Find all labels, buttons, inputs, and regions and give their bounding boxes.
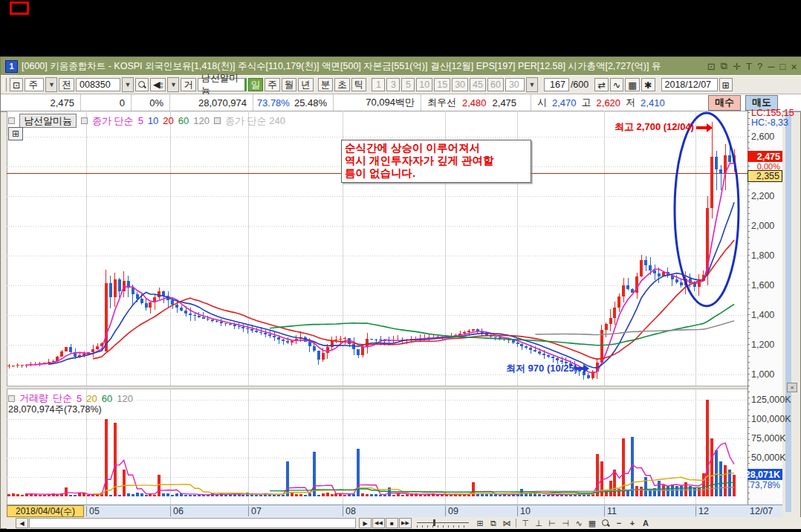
- minute-15-button[interactable]: 15: [434, 78, 450, 91]
- right-splitter-strip[interactable]: [785, 111, 791, 512]
- date-input[interactable]: 2018/12/07: [661, 78, 718, 91]
- stock-code-input[interactable]: 008350: [76, 78, 120, 91]
- jeon-button[interactable]: 전: [59, 78, 74, 91]
- bar-count-input[interactable]: 167: [544, 78, 569, 91]
- asset-class-combo[interactable]: 주: [25, 78, 44, 91]
- sound-button[interactable]: ◀⦂: [150, 78, 166, 91]
- month-label: 12: [695, 506, 709, 516]
- current-price-box: 2,475: [748, 151, 782, 162]
- wave-tool-icon[interactable]: ∿: [573, 518, 585, 528]
- current-price: 2,475: [1, 94, 81, 111]
- settings-gear-icon[interactable]: ✱: [641, 78, 655, 91]
- title-bar[interactable]: 1 [0600] 키움종합차트 - KOSPI 외국인보유[1,418(천)] …: [1, 57, 801, 75]
- high-price-annotation[interactable]: 최고 2,700 (12/04): [614, 120, 694, 134]
- open-label: 시: [537, 96, 547, 109]
- dock-icon[interactable]: ⊡: [707, 61, 716, 72]
- current-volume-pct: 73,78%: [748, 481, 782, 490]
- grid-tool-button[interactable]: ⊞: [8, 127, 23, 140]
- selection-box-icon[interactable]: ⋈: [501, 518, 513, 528]
- legend-marker-icon[interactable]: [8, 117, 15, 124]
- scale-right-icon[interactable]: ⊣: [560, 518, 571, 528]
- price-tick-label: 1,800: [751, 250, 782, 261]
- search-button[interactable]: [135, 78, 149, 91]
- best-bid: 2,475: [493, 97, 517, 108]
- close-button[interactable]: ×: [791, 60, 797, 73]
- volume-chart[interactable]: [7, 389, 748, 505]
- period-month-button[interactable]: 월: [282, 78, 297, 91]
- minute-10-button[interactable]: 10: [416, 78, 432, 91]
- period-day-button[interactable]: 일: [248, 78, 264, 91]
- bar-total-label: /600: [571, 80, 588, 90]
- vma5-label: 5: [77, 393, 82, 404]
- month-label: 09: [445, 506, 458, 516]
- minute-5-button[interactable]: 5: [401, 78, 415, 91]
- minute-45-button[interactable]: 45: [470, 78, 486, 91]
- asset-class-dropdown-icon[interactable]: ▼: [45, 77, 57, 92]
- panel-toggle-button[interactable]: ⊡: [10, 78, 23, 91]
- font-size-icon[interactable]: A: [640, 518, 652, 528]
- zoom-out-icon[interactable]: −: [613, 518, 625, 528]
- toolbar-grip[interactable]: [3, 78, 7, 91]
- memo-annotation-box[interactable]: 순식간에 상승이 이루어져서 역시 개인투자자가 깊게 관여할 틈이 없습니다.: [341, 140, 531, 183]
- minimize-button[interactable]: ─: [768, 61, 774, 72]
- save-icon[interactable]: ▦: [625, 78, 640, 91]
- red-outline-annotation: [10, 1, 29, 15]
- x-axis-strip: 2018/04/04(수) 12/07 0506070809101112: [7, 505, 782, 517]
- legend-marker-icon[interactable]: [214, 117, 221, 124]
- volume-toggle-button[interactable]: 거: [181, 78, 196, 91]
- period-second-button[interactable]: 초: [334, 78, 350, 91]
- maximize-button[interactable]: □: [779, 61, 785, 72]
- zoom-in-icon[interactable]: +: [626, 518, 638, 528]
- cascade-icon[interactable]: ⧉: [721, 60, 727, 72]
- add-chart-icon[interactable]: ∿: [610, 78, 623, 91]
- stock-name-tab[interactable]: 남선알미늄: [19, 114, 77, 128]
- minute-1-button[interactable]: 1: [372, 78, 385, 91]
- open-price: 2,470: [552, 97, 577, 108]
- low-label: 저: [626, 96, 635, 109]
- legend-marker-icon[interactable]: [8, 395, 15, 402]
- current-volume-box: 28,071K: [748, 469, 782, 480]
- help-icon[interactable]: ?: [757, 61, 762, 72]
- buy-button[interactable]: 매수: [708, 95, 741, 111]
- magnifier-icon[interactable]: [600, 518, 612, 528]
- scale-left-icon[interactable]: ⊢: [546, 518, 558, 528]
- zoom-slider[interactable]: [417, 518, 469, 528]
- price-tick-label: 1,200: [751, 340, 782, 350]
- period-year-button[interactable]: 년: [298, 78, 314, 91]
- rewind-button[interactable]: ◀◀: [372, 518, 385, 528]
- turnover-pct: 73.78%: [257, 97, 290, 108]
- minute-30-button[interactable]: 30: [452, 78, 468, 91]
- month-label: 07: [248, 506, 262, 516]
- price-tick-label: 2,200: [751, 191, 782, 201]
- scale-bottom-icon[interactable]: ⊥: [533, 518, 545, 528]
- ma20-label: 20: [163, 115, 173, 126]
- stop-button[interactable]: ■: [386, 518, 398, 528]
- horizontal-scrollbar[interactable]: [29, 518, 356, 528]
- play-button[interactable]: ▶: [359, 518, 372, 528]
- minute-60-button[interactable]: 60: [487, 78, 504, 91]
- fast-forward-button[interactable]: ▶▶: [399, 518, 412, 528]
- pane-collapse-button[interactable]: ×: [787, 383, 797, 392]
- minute-combo[interactable]: 30: [505, 78, 525, 91]
- minute-3-button[interactable]: 3: [386, 78, 400, 91]
- stock-name-field[interactable]: 남선알미늄: [198, 78, 247, 91]
- low-price-annotation[interactable]: 최저 970 (10/25): [506, 362, 577, 375]
- new-window-icon[interactable]: ⊞: [474, 518, 486, 528]
- scroll-left-button[interactable]: ◀: [16, 518, 28, 528]
- pin-icon[interactable]: ✛: [733, 61, 741, 72]
- calendar-icon[interactable]: ⊞: [719, 78, 733, 91]
- search-icon: [138, 81, 146, 88]
- compare-icon[interactable]: ⇄: [594, 78, 608, 91]
- code-dropdown-icon[interactable]: ▼: [122, 77, 134, 92]
- minute-combo-dropdown-icon[interactable]: ▼: [526, 77, 538, 92]
- font-icon[interactable]: T: [746, 61, 752, 72]
- scale-top-icon[interactable]: ⊤: [519, 518, 531, 528]
- period-minute-button[interactable]: 분: [318, 78, 334, 91]
- period-week-button[interactable]: 주: [265, 78, 280, 91]
- legend-marker-icon[interactable]: [81, 117, 88, 124]
- cascade-windows-icon[interactable]: ⧉: [487, 518, 499, 528]
- screen: 1 [0600] 키움종합차트 - KOSPI 외국인보유[1,418(천)] …: [0, 0, 801, 532]
- sound-dropdown-icon[interactable]: ▼: [167, 77, 179, 92]
- period-tick-button[interactable]: 틱: [351, 78, 367, 91]
- snapshot-icon[interactable]: ▦: [586, 518, 598, 528]
